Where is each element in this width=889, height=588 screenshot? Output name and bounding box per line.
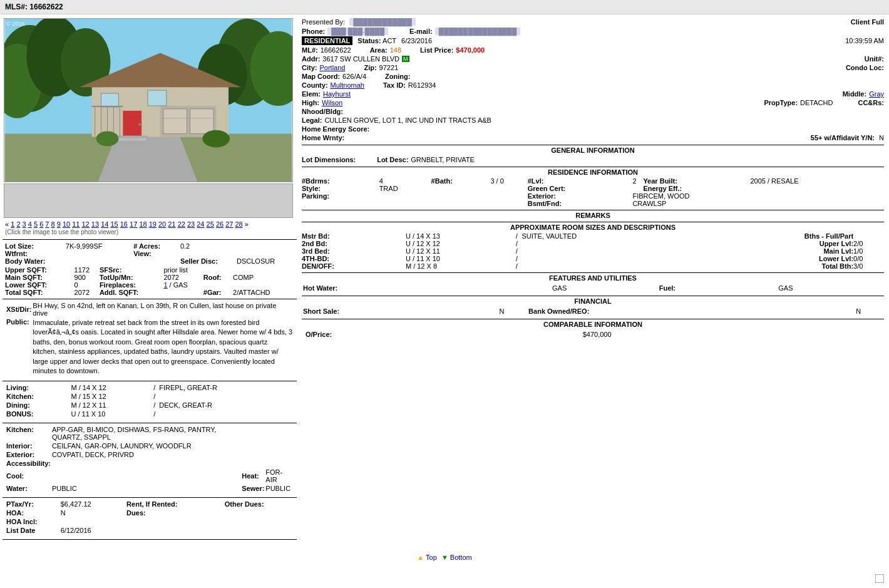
main-lvl-label: Main Lvl: xyxy=(697,247,853,255)
style-label: Style: xyxy=(302,185,379,192)
date-value: 6/23/2016 xyxy=(401,37,432,44)
page-20[interactable]: 20 xyxy=(158,220,166,228)
page-21[interactable]: 21 xyxy=(168,220,175,228)
fireplaces-type: GAS xyxy=(173,281,188,289)
page-18[interactable]: 18 xyxy=(139,220,146,228)
top-link[interactable]: Top xyxy=(426,554,437,561)
page-22[interactable]: 22 xyxy=(178,220,185,228)
high-label: High: xyxy=(302,99,319,106)
water-value: PUBLIC xyxy=(52,485,222,492)
interior-feat-value: CEILFAN, GAR-OPN, LAUNDRY, WOODFLR xyxy=(52,442,222,450)
short-sale-value: N xyxy=(499,307,526,315)
page-26[interactable]: 26 xyxy=(216,220,224,228)
cool-label: Cool: xyxy=(6,468,51,483)
page-4[interactable]: 4 xyxy=(28,220,32,228)
page-9[interactable]: 9 xyxy=(57,220,61,228)
high-value[interactable]: Wilson xyxy=(322,99,342,106)
residential-badge: RESIDENTIAL xyxy=(302,36,352,45)
third-bd-value: U / 12 X 11 xyxy=(406,247,516,255)
page-7[interactable]: 7 xyxy=(45,220,49,228)
middle-value[interactable]: Gray xyxy=(869,90,884,98)
mstr-bd-desc: SUITE, VAULTED xyxy=(522,232,697,240)
lvl-label: #Lvl: xyxy=(528,177,633,185)
lot-dims-label: Lot Dimensions: xyxy=(302,156,356,163)
wtfrnt-label: Wtfrnt: xyxy=(5,250,28,257)
year-built-value: 2005 / xyxy=(750,177,769,185)
legal-value: CULLEN GROVE, LOT 1, INC UND INT TRACTS … xyxy=(324,116,491,124)
page-10[interactable]: 10 xyxy=(63,220,70,228)
mstr-bd-label: Mstr Bd: xyxy=(302,232,406,240)
page-14[interactable]: 14 xyxy=(101,220,108,228)
hot-water-value: GAS xyxy=(552,284,657,292)
roof-value: COMP xyxy=(233,274,294,281)
fourth-bd-value: U / 11 X 10 xyxy=(406,255,516,262)
fireplaces-value[interactable]: 1 xyxy=(163,281,167,289)
acres-label: # Acres: xyxy=(133,242,160,250)
page-23[interactable]: 23 xyxy=(187,220,195,228)
page-27[interactable]: 27 xyxy=(225,220,233,228)
zoning-label: Zoning: xyxy=(385,73,410,80)
bsmt-fnd-label: Bsmt/Fnd: xyxy=(528,200,633,207)
tax-id-value: R612934 xyxy=(408,81,436,89)
city-row: City: Portland Zip: 97221 Condo Loc: xyxy=(302,63,884,72)
page-17[interactable]: 17 xyxy=(130,220,137,228)
page-3[interactable]: 3 xyxy=(23,220,26,228)
mls-title: MLS#: 16662622 xyxy=(5,3,63,11)
financial-header: FINANCIAL xyxy=(302,296,884,306)
page-24[interactable]: 24 xyxy=(197,220,204,228)
bank-owned-label: Bank Owned/REO: xyxy=(528,307,855,315)
bottom-nav: ▲ Top ▼ Bottom xyxy=(0,549,889,566)
elem-value[interactable]: Hayhurst xyxy=(323,90,351,98)
page-25[interactable]: 25 xyxy=(207,220,214,228)
corner-checkbox[interactable] xyxy=(875,574,884,583)
exterior-res-value: FIBRCEM, WOOD xyxy=(632,192,884,200)
features-header: FEATURES AND UTILITIES xyxy=(302,273,884,283)
page-12[interactable]: 12 xyxy=(82,220,90,228)
upper-sqft-label: Upper SQFT: xyxy=(5,266,47,274)
page-19[interactable]: 19 xyxy=(149,220,157,228)
elem-label: Elem: xyxy=(302,90,321,98)
seller-disc-value: DSCLOSUR xyxy=(237,257,294,265)
rent-label: Rent, If Rented: xyxy=(114,500,222,508)
remarks-section: REMARKS xyxy=(302,210,884,220)
page-8[interactable]: 8 xyxy=(51,220,55,228)
area-value: 148 xyxy=(390,46,401,54)
county-value[interactable]: Multnomah xyxy=(331,81,364,89)
lot-dims-row: Lot Dimensions: Lot Desc: GRNBELT, PRIVA… xyxy=(302,155,884,164)
top-arrow-icon: ▲ xyxy=(417,554,424,561)
view-label: View: xyxy=(133,250,152,257)
residence-info-header: RESIDENCE INFORMATION xyxy=(302,167,884,177)
middle-label: Middle: xyxy=(843,90,867,98)
bath-label: #Bath: xyxy=(431,177,491,185)
page-13[interactable]: 13 xyxy=(91,220,99,228)
page-15[interactable]: 15 xyxy=(110,220,118,228)
property-image[interactable]: © 2016 xyxy=(4,18,293,182)
fuel-label: Fuel: xyxy=(659,284,778,292)
page-28[interactable]: 28 xyxy=(235,220,243,228)
bonus-label: BONUS: xyxy=(6,410,69,418)
cc-rs-label: CC&Rs: xyxy=(858,99,884,106)
total-sqft-label: Total SQFT: xyxy=(5,289,43,296)
page-2[interactable]: 2 xyxy=(16,220,20,228)
total-bth-value: 3/0 xyxy=(853,262,884,270)
main-sqft-value: 900 xyxy=(75,274,100,281)
lower-lvl-label: Lower Lvl: xyxy=(697,255,853,262)
room-sizes-table: Mstr Bd: U / 14 X 13 / SUITE, VAULTED Bt… xyxy=(302,232,884,270)
page-11[interactable]: 11 xyxy=(72,220,80,228)
mls-header: MLS#: 16662622 xyxy=(0,0,889,14)
page-6[interactable]: 6 xyxy=(39,220,43,228)
style-value: TRAD xyxy=(379,185,431,192)
kitchen-feat-value: APP-GAR, BI-MICO, DISHWAS, FS-RANG, PANT… xyxy=(52,426,222,441)
bottom-link[interactable]: Bottom xyxy=(450,554,472,561)
page-5[interactable]: 5 xyxy=(34,220,38,228)
page-1[interactable]: 1 xyxy=(11,220,14,228)
city-value[interactable]: Portland xyxy=(319,64,345,71)
public-value: Immaculate, private retreat set back fro… xyxy=(33,318,293,376)
page-16[interactable]: 16 xyxy=(120,220,128,228)
resale-value: RESALE xyxy=(771,177,798,185)
sewer-label: Sewer: xyxy=(223,485,264,492)
elem-row: Elem: Hayhurst Middle: Gray xyxy=(302,90,884,98)
third-bd-label: 3rd Bed: xyxy=(302,247,406,255)
right-panel: Presented By: ████████████ Client Full P… xyxy=(297,17,886,542)
lot-desc-label: Lot Desc: xyxy=(377,156,408,163)
